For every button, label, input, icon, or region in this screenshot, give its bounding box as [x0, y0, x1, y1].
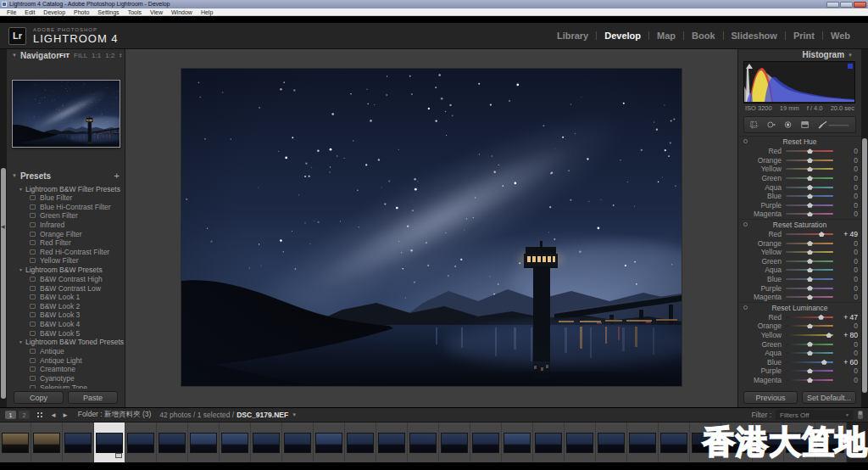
module-library[interactable]: Library: [549, 31, 596, 41]
histogram-box[interactable]: [743, 61, 855, 104]
slider-track[interactable]: [786, 150, 833, 152]
module-develop[interactable]: Develop: [597, 31, 648, 41]
scrollbar-thumb[interactable]: [862, 138, 867, 393]
zoom-mode-fit[interactable]: FIT: [59, 52, 70, 59]
filmstrip-thumbnail[interactable]: [0, 422, 31, 462]
slider-thumb[interactable]: [819, 232, 825, 237]
slider-track[interactable]: [786, 370, 833, 372]
zoom-mode-fill[interactable]: FILL: [74, 52, 87, 59]
slider-track[interactable]: [786, 260, 833, 262]
menu-file[interactable]: File: [3, 8, 20, 16]
previous-photo-icon[interactable]: ◄: [50, 411, 57, 419]
panel-toggle-icon[interactable]: [743, 222, 748, 227]
filter-switch-icon[interactable]: [858, 411, 863, 419]
slider-thumb[interactable]: [807, 350, 813, 355]
slider-thumb[interactable]: [807, 368, 813, 373]
filmstrip-thumbnail[interactable]: [627, 422, 659, 462]
slider-track[interactable]: [786, 288, 833, 289]
filmstrip-thumbnail[interactable]: [596, 422, 627, 462]
preset-item[interactable]: Blue Filter: [7, 193, 125, 203]
filmstrip-thumbnail[interactable]: [345, 422, 376, 462]
graduated-filter-tool-icon[interactable]: [800, 119, 810, 131]
slider-track[interactable]: [786, 296, 833, 298]
slider-track[interactable]: [786, 187, 833, 188]
slider-track[interactable]: [786, 316, 833, 318]
slider-track[interactable]: [786, 361, 833, 363]
slider-thumb[interactable]: [807, 286, 813, 291]
slider-track[interactable]: [786, 325, 833, 327]
filmstrip-thumbnail[interactable]: [565, 422, 596, 462]
spot-removal-tool-icon[interactable]: [766, 119, 776, 131]
slider-thumb[interactable]: [807, 166, 813, 171]
preset-item[interactable]: Blue Hi-Contrast Filter: [7, 203, 125, 212]
slider-track[interactable]: [786, 251, 833, 253]
presets-header[interactable]: ▼ Presets +: [7, 170, 125, 182]
slider-thumb[interactable]: [807, 193, 813, 199]
slider-track[interactable]: [786, 177, 833, 179]
module-map[interactable]: Map: [649, 31, 683, 41]
zoom-spinner-icon[interactable]: ▲▼: [119, 53, 122, 58]
navigator-preview[interactable]: [12, 80, 120, 148]
slider-track[interactable]: [786, 344, 833, 345]
panel-toggle-icon[interactable]: [743, 139, 748, 143]
chevron-down-icon[interactable]: ▼: [12, 173, 17, 178]
filmstrip-thumbnail[interactable]: [470, 422, 502, 462]
copy-button[interactable]: Copy: [14, 391, 64, 404]
preset-item[interactable]: B&W Look 5: [7, 328, 125, 338]
slider-thumb[interactable]: [821, 360, 827, 365]
filmstrip-thumbnail[interactable]: [502, 422, 533, 462]
current-filename[interactable]: DSC_9179.NEF: [236, 411, 288, 419]
monitor-1-button[interactable]: 1: [5, 411, 16, 419]
chevron-down-icon[interactable]: ▼: [848, 53, 853, 58]
slider-thumb[interactable]: [807, 259, 813, 264]
slider-thumb[interactable]: [807, 241, 813, 246]
filmstrip-thumbnail[interactable]: [282, 422, 314, 462]
window-titlebar[interactable]: Lightroom 4 Catalog - Adobe Photoshop Li…: [0, 0, 868, 8]
slider-track[interactable]: [786, 352, 833, 354]
slider-track[interactable]: [786, 195, 833, 197]
slider-thumb[interactable]: [807, 148, 813, 154]
slider-track[interactable]: [786, 204, 833, 206]
adjustment-brush-tool-icon[interactable]: [817, 119, 850, 131]
filmstrip-thumbnail[interactable]: [376, 422, 408, 462]
slider-track[interactable]: [786, 159, 833, 161]
slider-thumb[interactable]: [807, 211, 813, 216]
red-eye-tool-icon[interactable]: [783, 119, 793, 131]
reset-link[interactable]: Reset Luminance: [771, 304, 827, 312]
preset-item[interactable]: Antique: [7, 347, 125, 356]
filmstrip-thumbnail[interactable]: [31, 422, 63, 462]
filmstrip-thumbnail[interactable]: [251, 422, 282, 462]
preset-item[interactable]: Creamtone: [7, 365, 125, 374]
zoom-mode-1-1[interactable]: 1:1: [92, 52, 101, 59]
monitor-2-button[interactable]: 2: [19, 411, 30, 419]
preset-item[interactable]: B&W Contrast Low: [7, 283, 125, 293]
slider-thumb[interactable]: [807, 185, 813, 190]
menu-window[interactable]: Window: [167, 8, 197, 16]
slider-track[interactable]: [786, 379, 833, 381]
slider-track[interactable]: [786, 168, 833, 170]
slider-thumb[interactable]: [807, 378, 813, 383]
slider-thumb[interactable]: [807, 277, 813, 282]
zoom-mode-1-2[interactable]: 1:2: [105, 52, 114, 59]
slider-track[interactable]: [786, 269, 833, 271]
chevron-down-icon[interactable]: ▼: [292, 412, 297, 417]
slider-thumb[interactable]: [818, 315, 824, 320]
preset-item[interactable]: B&W Look 3: [7, 311, 125, 320]
next-photo-icon[interactable]: ►: [62, 411, 69, 419]
crop-tool-icon[interactable]: [749, 119, 759, 131]
slider-track[interactable]: [786, 233, 833, 235]
slider-thumb[interactable]: [826, 333, 832, 338]
chevron-down-icon[interactable]: ▼: [12, 53, 17, 58]
preset-item[interactable]: B&W Look 2: [7, 302, 125, 311]
slider-thumb[interactable]: [807, 158, 813, 163]
preset-group-header[interactable]: ▼Lightroom B&W Toned Presets: [7, 338, 125, 347]
paste-button[interactable]: Paste: [68, 391, 118, 404]
filmstrip-thumbnail[interactable]: [94, 422, 125, 462]
maximize-button[interactable]: [840, 2, 853, 8]
preset-item[interactable]: Red Filter: [7, 238, 125, 248]
menu-tools[interactable]: Tools: [124, 8, 146, 16]
menu-settings[interactable]: Settings: [93, 8, 123, 16]
slider-thumb[interactable]: [807, 267, 813, 272]
slider-track[interactable]: [786, 278, 833, 280]
filmstrip-thumbnail[interactable]: [125, 422, 157, 462]
